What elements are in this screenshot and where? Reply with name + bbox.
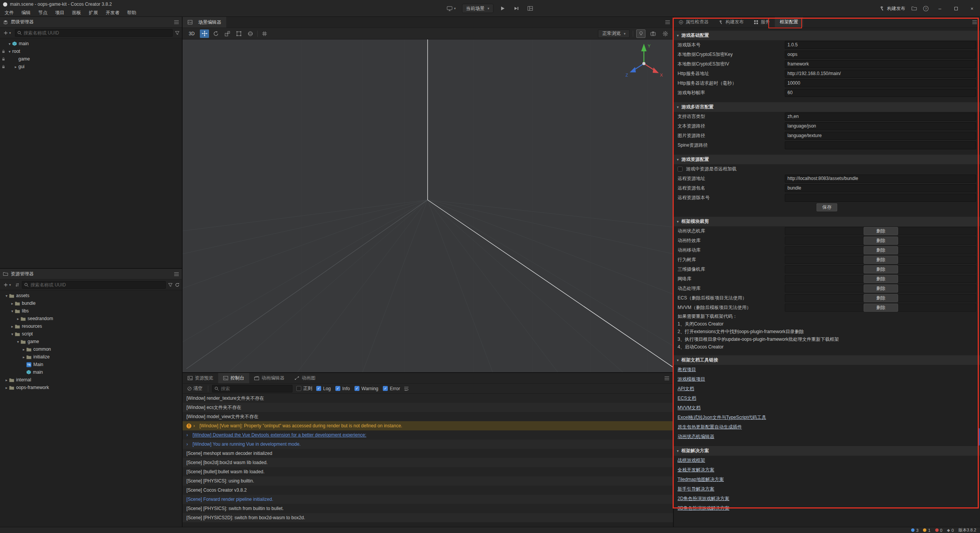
section-header[interactable]: ▾游戏多语言配置: [674, 102, 980, 112]
asset-node[interactable]: ▸oops-framework: [0, 384, 182, 391]
hierarchy-search-input[interactable]: [24, 30, 170, 36]
asset-node[interactable]: ▾libs: [0, 307, 182, 315]
add-node-button[interactable]: ▾: [2, 28, 13, 38]
console-tab[interactable]: 动画图: [289, 373, 320, 383]
view-mode-select[interactable]: 正常浏览 ▾: [598, 29, 630, 38]
scene-viewport[interactable]: Y X Z: [183, 39, 673, 372]
doc-link[interactable]: Tiledmap地图解决方案: [678, 477, 724, 482]
log-expand-icon[interactable]: ›: [186, 430, 191, 440]
log-filter[interactable]: ✓Log: [316, 386, 331, 391]
doc-link[interactable]: MVVM文档: [678, 405, 701, 410]
text-input[interactable]: framework: [785, 60, 976, 68]
tree-expander[interactable]: ▾: [10, 309, 15, 313]
delete-button[interactable]: 删除: [864, 304, 898, 312]
rect-tool-button[interactable]: [234, 29, 243, 38]
tree-expander[interactable]: ▾: [10, 332, 15, 336]
panel-menu-icon[interactable]: [665, 376, 669, 380]
rotate-tool-button[interactable]: [211, 29, 220, 38]
filter-checkbox[interactable]: ✓: [316, 386, 321, 391]
asset-node[interactable]: ▾script: [0, 330, 182, 338]
remote-load-checkbox[interactable]: [678, 167, 683, 172]
layout-button[interactable]: [526, 4, 535, 13]
log-expand-icon[interactable]: ›: [193, 421, 198, 430]
section-header[interactable]: ▾游戏基础配置: [674, 31, 980, 40]
text-input[interactable]: http://localhost:8083/assets/bundle: [785, 175, 976, 183]
refresh-icon[interactable]: [175, 283, 180, 287]
play-button[interactable]: [498, 4, 507, 13]
sort-icon[interactable]: [15, 283, 20, 287]
world-space-toggle[interactable]: [246, 29, 255, 38]
tree-expander[interactable]: ▸: [21, 355, 26, 359]
scale-tool-button[interactable]: [223, 29, 232, 38]
asset-node[interactable]: ▾assets: [0, 292, 182, 299]
regex-filter[interactable]: 正则: [296, 385, 312, 392]
log-row[interactable]: [Scene] [bullet]:bullet wasm lib loaded.: [183, 467, 673, 476]
doc-link[interactable]: 教程项目: [678, 367, 696, 372]
log-row[interactable]: [Scene] [PHYSICS]: using builtin.: [183, 476, 673, 486]
text-input[interactable]: bundle: [785, 184, 976, 192]
tree-expander[interactable]: ▸: [10, 324, 15, 329]
preview-device-button[interactable]: ▾: [445, 4, 457, 13]
log-row[interactable]: [Window] model_view文件夹不存在: [183, 412, 673, 421]
regex-checkbox[interactable]: [296, 386, 301, 391]
info-counter[interactable]: 3: [911, 528, 918, 533]
tree-expander[interactable]: ▾: [15, 340, 21, 344]
orientation-gizmo[interactable]: Y X Z: [621, 41, 667, 87]
asset-node[interactable]: ▸resources: [0, 322, 182, 330]
menu-item[interactable]: 文件: [1, 8, 18, 17]
asset-node[interactable]: ▸initialize: [0, 353, 182, 361]
minimize-button[interactable]: –: [935, 6, 945, 11]
filter-checkbox[interactable]: ✓: [383, 386, 388, 391]
error-counter[interactable]: 0: [935, 528, 942, 533]
console-tab[interactable]: 资源预览: [183, 373, 218, 383]
tree-expander[interactable]: ▸: [13, 65, 18, 69]
filter-icon[interactable]: [168, 283, 173, 287]
folder-open-icon[interactable]: [911, 6, 917, 11]
close-button[interactable]: ×: [967, 6, 977, 11]
menu-item[interactable]: 面板: [68, 8, 85, 17]
log-filter[interactable]: ✓Warning: [354, 386, 378, 391]
inspector-tab[interactable]: 框架配置: [775, 17, 803, 27]
console-search-input[interactable]: [221, 386, 290, 391]
doc-link[interactable]: 全栈开发解决方案: [678, 467, 714, 473]
text-input[interactable]: [785, 141, 976, 149]
delete-button[interactable]: 删除: [864, 275, 898, 283]
asset-node[interactable]: ▸seedrandom: [0, 315, 182, 322]
doc-link[interactable]: 新手引导解决方案: [678, 486, 714, 492]
panel-menu-icon[interactable]: [665, 20, 670, 24]
text-input[interactable]: [785, 194, 976, 202]
inspector-tab[interactable]: 服务: [749, 17, 775, 27]
hierarchy-node[interactable]: ▾root: [0, 47, 182, 55]
save-button[interactable]: 保存: [817, 203, 837, 211]
menu-item[interactable]: 扩展: [85, 8, 102, 17]
delete-button[interactable]: 删除: [864, 237, 898, 245]
help-icon[interactable]: ?: [923, 6, 929, 11]
menu-item[interactable]: 帮助: [123, 8, 140, 17]
console-tab[interactable]: 动画编辑器: [249, 373, 289, 383]
hierarchy-node[interactable]: ▾main: [0, 40, 182, 47]
warning-counter[interactable]: 1: [923, 528, 930, 533]
doc-link[interactable]: Excel格式转Json文件与TypeScript代码工具: [678, 415, 766, 420]
scrollbar-thumb[interactable]: [978, 428, 980, 446]
panel-menu-icon[interactable]: [972, 20, 977, 24]
menu-item[interactable]: 节点: [34, 8, 51, 17]
text-input[interactable]: language/json: [785, 122, 976, 130]
tree-expander[interactable]: ▾: [4, 294, 9, 298]
menu-item[interactable]: 编辑: [18, 8, 34, 17]
tree-expander[interactable]: ▸: [4, 386, 9, 390]
text-input[interactable]: http://192.168.0.150/main/: [785, 70, 976, 78]
doc-link[interactable]: API文档: [678, 386, 694, 391]
word-wrap-icon[interactable]: [404, 386, 409, 391]
task-counter[interactable]: ◆ 0: [947, 528, 954, 533]
maximize-button[interactable]: [951, 6, 961, 11]
log-row[interactable]: [Scene] [PHYSICS]: switch from builtin t…: [183, 504, 673, 513]
inspector-tab[interactable]: 构建发布: [714, 17, 749, 27]
text-input[interactable]: 1.0.5: [785, 41, 976, 49]
panel-menu-icon[interactable]: [174, 272, 179, 276]
asset-node[interactable]: ▾game: [0, 338, 182, 345]
log-row[interactable]: [Scene] Cocos Creator v3.8.2: [183, 486, 673, 495]
tree-expander[interactable]: ▸: [21, 347, 26, 352]
doc-link[interactable]: 2D角色扮演游戏解决方案: [678, 496, 729, 501]
text-input[interactable]: language/texture: [785, 132, 976, 140]
scene-editor-tab[interactable]: 场景编辑器: [183, 17, 226, 28]
